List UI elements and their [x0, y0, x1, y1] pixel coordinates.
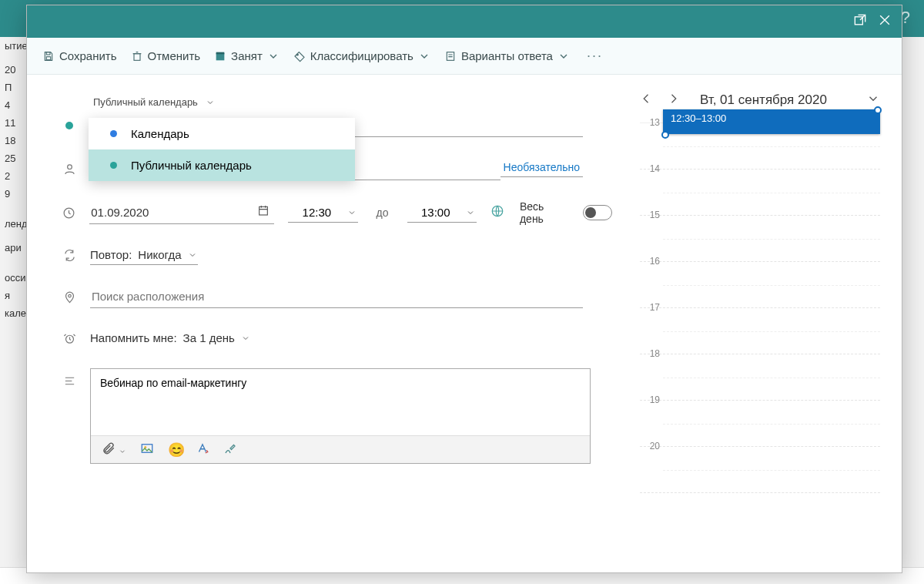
emoji-icon[interactable]: 😊 — [168, 443, 182, 457]
svg-rect-7 — [447, 52, 454, 60]
svg-rect-2 — [46, 56, 50, 59]
calendar-option[interactable]: Публичный календарь — [89, 149, 355, 181]
cancel-button[interactable]: Отменить — [131, 49, 201, 62]
timeline-hour-row[interactable]: 16 — [640, 262, 880, 308]
text-format-icon[interactable] — [196, 441, 209, 458]
day-timeline: 12:30–13:00 1314151617181920 — [640, 123, 880, 508]
busy-dropdown[interactable]: Занят — [214, 49, 280, 62]
classify-dropdown[interactable]: Классифицировать — [293, 49, 430, 62]
clock-icon — [62, 206, 75, 220]
repeat-icon — [62, 249, 76, 262]
svg-point-8 — [67, 164, 72, 169]
svg-rect-1 — [46, 52, 50, 54]
location-icon — [62, 290, 76, 304]
reminder-icon — [62, 332, 76, 345]
svg-rect-10 — [259, 206, 268, 215]
optional-attendees-link[interactable]: Необязательно — [500, 161, 583, 177]
chevron-down-icon — [206, 98, 215, 107]
svg-rect-4 — [216, 53, 225, 60]
image-icon[interactable] — [140, 441, 154, 458]
timeline-hour-row[interactable]: 13 — [640, 123, 880, 169]
modal-toolbar: Сохранить Отменить Занят Классифицироват… — [27, 38, 902, 75]
repeat-select[interactable]: Повтор: Никогда — [90, 245, 198, 265]
more-icon[interactable]: ··· — [584, 48, 603, 64]
svg-rect-5 — [216, 52, 225, 54]
all-day-toggle[interactable] — [583, 205, 612, 220]
calendar-option[interactable]: Календарь — [89, 118, 355, 149]
timeline-hour-row[interactable]: 20 — [640, 447, 880, 493]
save-button[interactable]: Сохранить — [42, 49, 117, 62]
description-box: 😊 — [90, 368, 591, 464]
bullet-icon — [62, 122, 76, 129]
timeline-hour-row[interactable]: 14 — [640, 169, 880, 216]
popout-icon[interactable] — [852, 12, 868, 31]
timeline-hour-row[interactable]: 19 — [640, 401, 880, 447]
calendar-selector[interactable]: Публичный календарь — [93, 96, 612, 108]
all-day-label: Весь день — [520, 200, 569, 225]
timeline-hour-row[interactable]: 17 — [640, 308, 880, 354]
svg-point-12 — [68, 294, 71, 297]
close-icon[interactable] — [877, 12, 892, 31]
end-time-select[interactable]: 13:00 — [407, 203, 477, 223]
description-toolbar: 😊 — [91, 435, 590, 463]
day-label: Вт, 01 сентября 2020 — [692, 92, 854, 108]
calendar-icon[interactable] — [257, 204, 270, 220]
day-nav: Вт, 01 сентября 2020 — [640, 92, 880, 109]
svg-point-6 — [296, 54, 298, 55]
signature-icon[interactable] — [223, 441, 237, 458]
attach-icon[interactable] — [102, 441, 126, 458]
person-icon — [62, 163, 76, 176]
start-time-select[interactable]: 12:30 — [288, 203, 357, 223]
modal-titlebar — [27, 5, 902, 38]
event-editor-modal: Сохранить Отменить Занят Классифицироват… — [26, 5, 902, 573]
to-label: до — [372, 206, 393, 219]
prev-day-button[interactable] — [640, 92, 654, 109]
timeline-hour-row[interactable]: 18 — [640, 354, 880, 401]
location-input[interactable]: Поиск расположения — [90, 285, 583, 308]
timeline-hour-row[interactable]: 15 — [640, 216, 880, 262]
reminder-select[interactable]: Напомнить мне: За 1 день — [90, 328, 250, 348]
app-left-fragments: ытие20П411182529лендариоссиякале — [0, 37, 23, 322]
description-textarea[interactable] — [91, 369, 590, 435]
svg-rect-3 — [134, 53, 140, 60]
response-options-dropdown[interactable]: Варианты ответа — [444, 49, 570, 62]
description-icon — [62, 368, 76, 388]
next-day-button[interactable] — [666, 92, 680, 109]
start-date-input[interactable]: 01.09.2020 — [89, 201, 274, 224]
calendar-dropdown: КалендарьПубличный календарь — [89, 118, 355, 181]
event-resize-handle-top[interactable] — [874, 106, 882, 114]
timezone-icon[interactable] — [490, 204, 504, 221]
